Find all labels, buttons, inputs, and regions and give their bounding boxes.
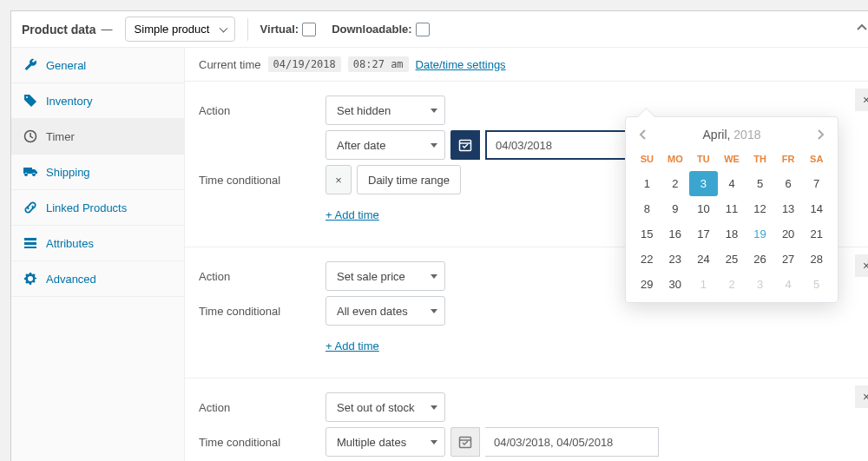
datepicker-day[interactable]: 21 [802, 221, 831, 247]
datepicker-dow-row: SUMOTUWETHFRSA [633, 150, 831, 171]
datepicker-day[interactable]: 25 [718, 247, 746, 272]
action-select[interactable]: Set sale price [326, 261, 445, 291]
link-icon [23, 201, 37, 214]
calendar-trigger-button[interactable] [450, 130, 480, 160]
prev-month-button[interactable] [638, 129, 648, 140]
condition-select[interactable]: After date [326, 130, 445, 160]
datepicker-day[interactable]: 18 [718, 221, 746, 247]
tab-general[interactable]: General [11, 48, 184, 83]
datepicker-day: 4 [774, 272, 803, 297]
gear-icon [23, 272, 37, 286]
action-select[interactable]: Set out of stock [326, 392, 445, 422]
datepicker-days-grid: 1234567891011121314151617181920212223242… [633, 171, 831, 297]
caret-down-icon [431, 109, 437, 113]
list-icon [23, 236, 37, 250]
action-select-value: Set hidden [337, 104, 391, 117]
tab-timer-label: Timer [46, 130, 75, 143]
action-select-value: Set out of stock [337, 401, 415, 414]
remove-block-button[interactable]: × [855, 254, 868, 277]
datepicker-day[interactable]: 23 [661, 247, 690, 272]
datepicker-day[interactable]: 5 [746, 171, 774, 196]
action-select[interactable]: Set hidden [326, 95, 445, 125]
add-time-link[interactable]: + Add time [326, 339, 379, 352]
current-time-value: 08:27 am [348, 56, 409, 72]
datepicker-day[interactable]: 9 [661, 196, 690, 221]
tab-shipping[interactable]: Shipping [11, 155, 184, 190]
datepicker-day[interactable]: 11 [718, 196, 746, 221]
datepicker-day[interactable]: 8 [633, 196, 661, 221]
time-conditional-label [199, 139, 326, 152]
datepicker-day[interactable]: 29 [633, 272, 661, 297]
svg-rect-1 [24, 238, 36, 240]
remove-block-button[interactable]: × [855, 89, 868, 111]
svg-rect-4 [460, 141, 471, 151]
datepicker-day[interactable]: 10 [689, 196, 718, 221]
calendar-icon [458, 435, 472, 449]
datepicker-day[interactable]: 12 [746, 196, 774, 221]
datepicker-title[interactable]: April, 2018 [703, 128, 761, 142]
datepicker-day[interactable]: 7 [802, 171, 831, 196]
datepicker-day[interactable]: 16 [661, 221, 690, 247]
calendar-trigger-button[interactable] [450, 427, 480, 457]
panel-header: Product data — Simple product Virtual: D… [11, 11, 868, 48]
action-label: Action [199, 401, 326, 414]
datepicker-dow: TH [746, 150, 774, 171]
datepicker-day[interactable]: 3 [689, 171, 718, 196]
tab-inventory[interactable]: Inventory [11, 83, 184, 119]
remove-condition-button[interactable]: × [326, 165, 352, 194]
datepicker-day[interactable]: 17 [689, 221, 718, 247]
next-month-button[interactable] [815, 129, 825, 140]
datepicker-dow: MO [661, 150, 690, 171]
datepicker-day: 3 [746, 272, 774, 297]
chevron-left-icon [638, 129, 648, 140]
datepicker-day[interactable]: 4 [718, 171, 746, 196]
datepicker-day[interactable]: 1 [633, 171, 661, 196]
datepicker-day[interactable]: 28 [802, 247, 831, 272]
datepicker-popover: April, 2018 SUMOTUWETHFRSA 1234567891011… [625, 116, 838, 303]
datepicker-day[interactable]: 27 [774, 247, 803, 272]
downloadable-checkbox[interactable] [416, 23, 430, 36]
datepicker-day[interactable]: 2 [661, 171, 690, 196]
datepicker-day[interactable]: 15 [633, 221, 661, 247]
tab-general-label: General [46, 59, 86, 72]
datepicker-day[interactable]: 24 [689, 247, 718, 272]
datepicker-day[interactable]: 13 [774, 196, 803, 221]
svg-rect-2 [24, 242, 36, 245]
tab-linked-label: Linked Products [46, 201, 127, 214]
product-type-select[interactable]: Simple product [125, 16, 235, 42]
condition-select[interactable]: Multiple dates [326, 427, 445, 457]
datepicker-day[interactable]: 19 [746, 221, 774, 247]
condition-select-value: All even dates [337, 305, 408, 318]
time-conditional-label: Time conditional [199, 174, 326, 187]
content-area: Current time 04/19/2018 08:27 am Date/ti… [185, 48, 868, 461]
condition-select[interactable]: All even dates [326, 296, 445, 326]
tab-attributes[interactable]: Attributes [11, 226, 184, 261]
downloadable-label: Downloadable: [332, 23, 411, 36]
action-label: Action [199, 104, 326, 117]
product-data-panel: Product data — Simple product Virtual: D… [10, 10, 868, 461]
datepicker-day[interactable]: 22 [633, 247, 661, 272]
datepicker-day[interactable]: 6 [774, 171, 803, 196]
date-input[interactable] [485, 427, 659, 457]
chevron-right-icon [815, 129, 825, 140]
tab-shipping-label: Shipping [46, 166, 90, 179]
svg-rect-5 [460, 438, 471, 448]
virtual-checkbox[interactable] [302, 23, 316, 36]
chevron-up-icon [857, 23, 867, 33]
datepicker-day[interactable]: 14 [802, 196, 831, 221]
datepicker-day[interactable]: 20 [774, 221, 803, 247]
caret-down-icon [431, 405, 437, 410]
sub-condition-select[interactable]: Daily time range [357, 165, 461, 194]
datepicker-day[interactable]: 30 [661, 272, 690, 297]
tab-timer[interactable]: Timer [11, 119, 184, 155]
add-time-link[interactable]: + Add time [326, 208, 379, 221]
caret-down-icon [431, 309, 437, 313]
tab-linked-products[interactable]: Linked Products [11, 190, 184, 226]
tab-advanced[interactable]: Advanced [11, 261, 184, 297]
datepicker-day[interactable]: 26 [746, 247, 774, 272]
action-label: Action [199, 270, 326, 283]
virtual-label: Virtual: [260, 23, 299, 36]
panel-collapse-toggle[interactable] [857, 23, 867, 36]
date-time-settings-link[interactable]: Date/time settings [416, 58, 506, 71]
remove-block-button[interactable]: × [855, 385, 868, 408]
